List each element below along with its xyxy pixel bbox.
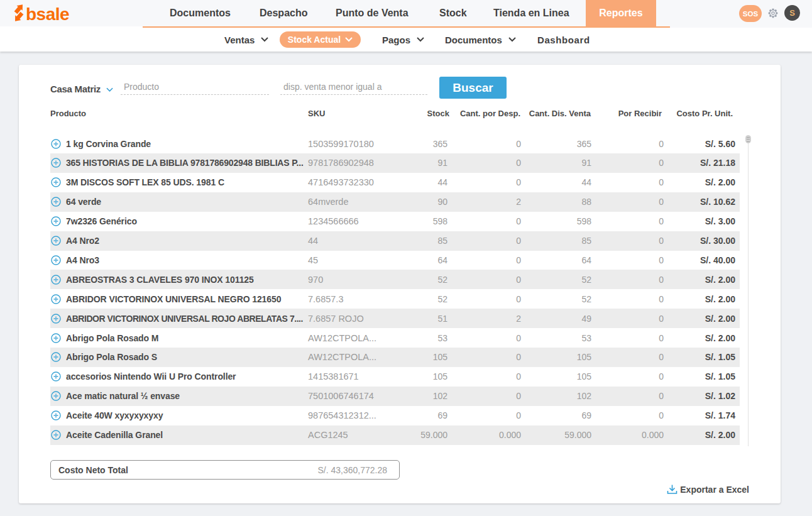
- svg-text:bsale: bsale: [26, 4, 69, 24]
